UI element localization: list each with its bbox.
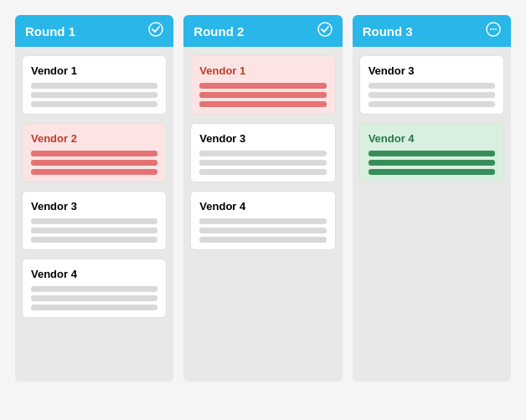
card-line-r1-vendor4-1: [31, 295, 157, 301]
card-line-r2-vendor4-2: [199, 237, 326, 243]
card-r1-vendor2[interactable]: Vendor 2: [22, 123, 167, 182]
card-line-r2-vendor1-2: [199, 101, 326, 107]
card-line-r1-vendor4-2: [31, 305, 157, 310]
cards-area-round2: Vendor 1Vendor 3Vendor 4: [183, 47, 342, 382]
card-r2-vendor3[interactable]: Vendor 3: [190, 123, 335, 182]
card-title-r1-vendor3: Vendor 3: [31, 200, 157, 213]
card-line-r2-vendor3-1: [199, 160, 326, 166]
card-title-r1-vendor1: Vendor 1: [31, 64, 157, 77]
card-line-r2-vendor1-1: [199, 92, 326, 98]
round-header-round2: Round 2: [183, 15, 342, 47]
card-title-r2-vendor3: Vendor 3: [199, 132, 326, 145]
check-icon: [148, 22, 163, 40]
card-line-r1-vendor1-0: [31, 83, 157, 89]
card-line-r2-vendor3-2: [199, 169, 326, 175]
card-line-r1-vendor3-2: [31, 237, 157, 243]
card-line-r3-vendor4-1: [369, 160, 495, 166]
svg-point-0: [149, 23, 162, 36]
card-r2-vendor4[interactable]: Vendor 4: [190, 191, 335, 250]
column-round1: Round 1Vendor 1Vendor 2Vendor 3Vendor 4: [15, 15, 173, 382]
card-r3-vendor4[interactable]: Vendor 4: [359, 123, 504, 182]
ellipsis-icon: [486, 22, 501, 40]
round-title-round2: Round 2: [193, 24, 244, 38]
round-title-round3: Round 3: [363, 24, 413, 38]
card-line-r2-vendor3-0: [199, 151, 326, 156]
card-title-r2-vendor1: Vendor 1: [199, 64, 326, 77]
card-r1-vendor4[interactable]: Vendor 4: [22, 259, 167, 318]
card-line-r3-vendor4-0: [369, 151, 495, 156]
card-line-r1-vendor2-1: [31, 160, 157, 166]
check-icon: [317, 22, 333, 40]
svg-point-5: [495, 28, 497, 30]
card-line-r1-vendor4-0: [31, 286, 157, 292]
column-round3: Round 3Vendor 3Vendor 4: [353, 15, 511, 382]
card-line-r1-vendor2-0: [31, 151, 157, 156]
card-line-r3-vendor3-0: [369, 83, 495, 89]
cards-area-round3: Vendor 3Vendor 4: [353, 47, 511, 382]
round-header-round1: Round 1: [15, 15, 173, 47]
card-line-r2-vendor4-0: [199, 218, 326, 224]
card-line-r1-vendor3-0: [31, 218, 157, 224]
card-line-r1-vendor1-2: [31, 101, 157, 107]
cards-area-round1: Vendor 1Vendor 2Vendor 3Vendor 4: [15, 47, 173, 382]
svg-point-3: [490, 28, 492, 30]
card-line-r2-vendor1-0: [199, 83, 326, 89]
card-line-r3-vendor3-1: [369, 92, 495, 98]
rounds-container: Round 1Vendor 1Vendor 2Vendor 3Vendor 4R…: [0, 0, 526, 397]
card-line-r2-vendor4-1: [199, 228, 326, 233]
card-r1-vendor1[interactable]: Vendor 1: [22, 55, 167, 115]
card-line-r1-vendor2-2: [31, 169, 157, 175]
svg-point-4: [492, 28, 494, 30]
card-title-r3-vendor4: Vendor 4: [369, 132, 495, 145]
card-title-r3-vendor3: Vendor 3: [369, 64, 495, 77]
card-r2-vendor1[interactable]: Vendor 1: [190, 55, 335, 115]
column-round2: Round 2Vendor 1Vendor 3Vendor 4: [183, 15, 342, 382]
card-title-r2-vendor4: Vendor 4: [199, 200, 326, 213]
card-title-r1-vendor4: Vendor 4: [31, 268, 157, 280]
round-header-round3: Round 3: [353, 15, 511, 47]
svg-point-1: [318, 23, 332, 36]
card-line-r1-vendor3-1: [31, 228, 157, 233]
card-title-r1-vendor2: Vendor 2: [31, 132, 157, 145]
card-line-r1-vendor1-1: [31, 92, 157, 98]
card-r3-vendor3[interactable]: Vendor 3: [359, 55, 504, 115]
card-line-r3-vendor4-2: [369, 169, 495, 175]
card-line-r3-vendor3-2: [369, 101, 495, 107]
round-title-round1: Round 1: [25, 24, 75, 38]
card-r1-vendor3[interactable]: Vendor 3: [22, 191, 167, 250]
